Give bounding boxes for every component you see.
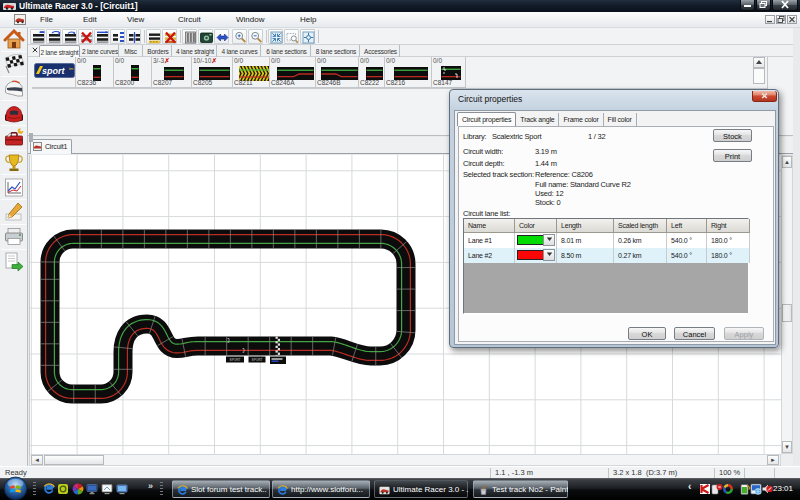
sidebar-race-icon[interactable] [3, 53, 25, 74]
scroll-left-icon[interactable]: ◄ [31, 455, 43, 465]
cancel-button[interactable]: Cancel [674, 327, 715, 340]
lane-table-header-name[interactable]: Name [464, 219, 515, 233]
quicklaunch-ie-icon[interactable] [43, 483, 55, 495]
sidebar-editor-icon[interactable] [3, 201, 25, 222]
move-section-button[interactable] [46, 29, 61, 44]
mdi-restore-button[interactable] [776, 15, 786, 24]
sidebar-statistics-icon[interactable] [3, 177, 25, 198]
taskbar-button-slot-forum-test-track-[interactable]: Slot forum test track... [172, 480, 270, 498]
zoom-center-button[interactable] [300, 29, 315, 44]
lane-color-dropdown[interactable] [543, 249, 555, 261]
quicklaunch-display-icon[interactable] [116, 483, 128, 495]
tab-Misc[interactable]: Misc [119, 45, 143, 57]
close-button[interactable] [772, 0, 798, 11]
zoom-in-button[interactable] [232, 29, 247, 44]
print-button[interactable]: Print [713, 149, 752, 162]
palette-scroll-thumb[interactable] [753, 68, 765, 84]
tray-expand-icon[interactable]: ‹ [688, 481, 691, 492]
horizontal-scrollbar[interactable]: ◄ ► [29, 454, 781, 466]
tab-6-lane-sections[interactable]: 6 lane sections [263, 45, 311, 57]
insert-section-button[interactable] [110, 29, 125, 44]
lane-table-header-left[interactable]: Left [667, 219, 707, 233]
palette-item-C8236[interactable]: 0/0C8236 [76, 57, 114, 88]
tab-Borders[interactable]: Borders [145, 45, 172, 57]
palette-resize-grip[interactable] [29, 133, 33, 142]
add-border-button[interactable] [146, 29, 161, 44]
taskbar-button-test-track-no2-paint[interactable]: Test track No2 - Paint [473, 480, 568, 498]
tab-2-lane-curves[interactable]: 2 lane curves [82, 45, 119, 57]
start-button[interactable] [3, 476, 28, 500]
lane-table-header-right[interactable]: Right [707, 219, 750, 233]
dialog-tab-fill-color[interactable]: Fill color [604, 113, 637, 126]
minimize-button[interactable] [740, 0, 755, 11]
zoom-fit-button[interactable] [268, 29, 283, 44]
sidebar-results-icon[interactable] [3, 152, 25, 173]
dialog-tab-track-angle[interactable]: Track angle [516, 113, 559, 126]
apply-button[interactable]: Apply [724, 327, 764, 340]
palette-item-C8246A[interactable]: 0/0C8246A [270, 57, 316, 88]
menu-view[interactable]: View [127, 12, 144, 27]
palette-item-C8205[interactable]: 10/-10✗C8205 [192, 57, 233, 88]
palette-item-C8200[interactable]: 0/0C8200 [114, 57, 152, 88]
palette-item-C8147[interactable]: 0/0C8147 [432, 57, 466, 88]
zoom-region-button[interactable] [284, 29, 299, 44]
dialog-tab-circuit-properties[interactable]: Circuit properties [457, 112, 516, 126]
tab-Accessories[interactable]: Accessories [362, 45, 400, 57]
scroll-down-icon[interactable]: ▼ [782, 441, 792, 453]
snapshot-button[interactable] [198, 29, 213, 44]
restore-button[interactable] [756, 0, 771, 11]
quicklaunch-overflow-icon[interactable]: » [148, 481, 153, 491]
quicklaunch-monitor-gray-icon[interactable] [101, 483, 113, 495]
menu-help[interactable]: Help [300, 12, 316, 27]
palette-item-C8216[interactable]: 0/0C8216 [385, 57, 432, 88]
sidebar-tools-icon[interactable] [3, 127, 25, 148]
tab-4-lane-curves[interactable]: 4 lane curves [219, 45, 261, 57]
taskbar-button-http-www-slotforu-[interactable]: http://www.slotforu... [272, 480, 370, 498]
split-section-button[interactable] [126, 29, 141, 44]
mdi-close-button[interactable] [787, 15, 797, 24]
lane-table-header-length[interactable]: Length [557, 219, 614, 233]
quicklaunch-picasa-icon[interactable] [72, 483, 84, 495]
quicklaunch-monitor-blue-icon[interactable] [86, 483, 98, 495]
tab-8-lane-sections[interactable]: 8 lane sections [313, 45, 360, 57]
scroll-right-icon[interactable]: ► [767, 455, 779, 465]
quicklaunch-app-green-icon[interactable] [57, 483, 69, 495]
tab-2-lane-straight[interactable]: 2 lane straight [39, 45, 80, 57]
vertical-scroll-thumb[interactable] [782, 304, 792, 322]
measure-button[interactable] [214, 29, 229, 44]
sidebar-cars-icon[interactable] [3, 103, 25, 124]
tray-volume-icon[interactable] [761, 483, 773, 495]
tray-kaspersky-icon[interactable] [699, 483, 711, 495]
scroll-up-icon[interactable]: ▲ [782, 156, 792, 168]
lane-color-dropdown[interactable] [543, 234, 555, 246]
document-tab-circuit1[interactable]: Circuit1 [30, 139, 72, 154]
insert-straight-button[interactable] [30, 29, 45, 44]
lane-table-header-color[interactable]: Color [515, 219, 557, 233]
menu-edit[interactable]: Edit [83, 12, 97, 27]
horizontal-scroll-thumb[interactable] [44, 455, 104, 465]
rotate-section-button[interactable] [62, 29, 77, 44]
palette-item-C8246B[interactable]: 0/0C8246B [316, 57, 359, 88]
ok-button[interactable]: OK [628, 327, 666, 340]
tab-4-lane-straight[interactable]: 4 lane straight [174, 45, 217, 57]
palette-scroll-up-icon[interactable] [753, 57, 765, 68]
palette-item-C8222[interactable]: 0/0C8222 [359, 57, 385, 88]
tray-swirl-icon[interactable] [722, 483, 734, 495]
sidebar-home-icon[interactable] [3, 29, 25, 50]
sidebar-export-icon[interactable] [3, 251, 25, 272]
lane-table-header-scaled-length[interactable]: Scaled length [614, 219, 667, 233]
dialog-tab-frame-color[interactable]: Frame color [559, 113, 603, 126]
palette-close-icon[interactable] [31, 47, 39, 55]
extend-section-button[interactable] [94, 29, 109, 44]
grandstand-button[interactable] [182, 29, 197, 44]
delete-border-button[interactable] [162, 29, 177, 44]
menu-file[interactable]: File [40, 12, 53, 27]
taskbar-button-ultimate-racer-3-0-[interactable]: Ultimate Racer 3.0 - ... [374, 480, 468, 498]
stock-button[interactable]: Stock [713, 129, 752, 142]
sidebar-print-icon[interactable] [3, 226, 25, 247]
sidebar-drivers-icon[interactable] [3, 78, 25, 99]
dialog-close-button[interactable] [752, 91, 777, 102]
vertical-scrollbar[interactable]: ▲ ▼ [781, 155, 793, 454]
palette-item-C8207[interactable]: 3/-3✗C8207 [152, 57, 192, 88]
mdi-minimize-button[interactable] [765, 15, 775, 24]
